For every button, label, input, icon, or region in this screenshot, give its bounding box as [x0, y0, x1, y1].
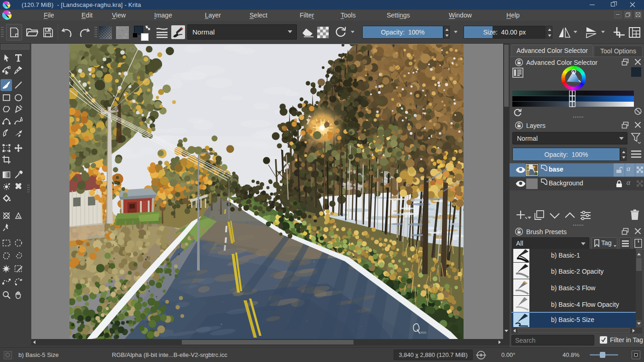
svg-text:2021: 2021 — [420, 331, 427, 334]
